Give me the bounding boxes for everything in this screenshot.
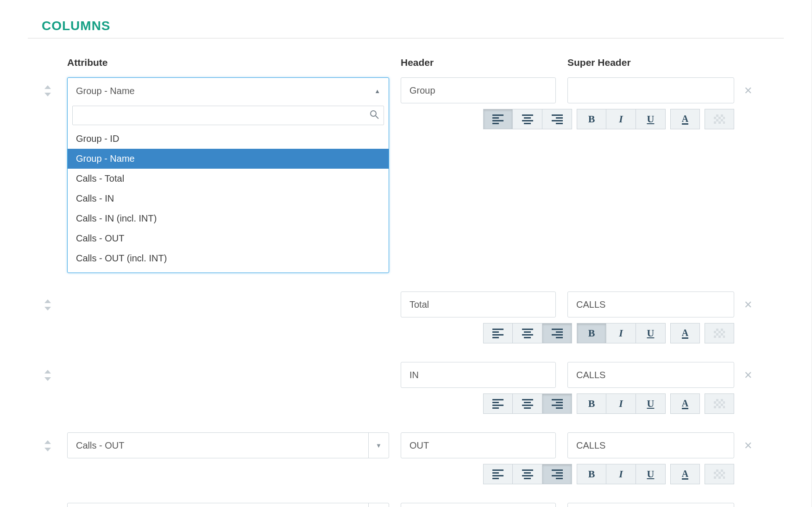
dropdown-option[interactable]: Group - Name <box>68 149 389 169</box>
super-header-input[interactable] <box>567 77 734 103</box>
underline-button[interactable]: U <box>636 464 666 484</box>
header-input[interactable] <box>401 292 556 317</box>
drag-handle-icon[interactable] <box>28 432 67 452</box>
section-title: COLUMNS <box>42 19 784 33</box>
dropdown-option[interactable]: Calls - IN (incl. INT) <box>68 209 389 228</box>
font-color-button[interactable]: A <box>670 323 700 343</box>
dropdown-option[interactable]: Calls - IN <box>68 189 389 209</box>
underline-button[interactable]: U <box>636 393 666 414</box>
align-right-button[interactable] <box>542 393 572 414</box>
format-toolbar: B I U A <box>567 464 734 484</box>
underline-button[interactable]: U <box>636 323 666 343</box>
format-toolbar: B I U A <box>567 323 734 343</box>
font-color-button[interactable]: A <box>670 393 700 414</box>
caret-down-icon: ▼ <box>368 503 389 507</box>
font-color-button[interactable]: A <box>670 464 700 484</box>
svg-point-0 <box>371 111 376 116</box>
format-toolbar: B I U A <box>567 393 734 414</box>
attribute-dropdown-selected: Group - Name <box>76 86 135 96</box>
align-left-button[interactable] <box>483 323 513 343</box>
background-color-button[interactable] <box>705 464 734 484</box>
drag-handle-icon[interactable] <box>28 362 67 382</box>
super-header-input[interactable] <box>567 292 734 317</box>
remove-row-button[interactable]: ✕ <box>744 85 752 97</box>
align-center-button[interactable] <box>513 464 542 484</box>
header-input[interactable] <box>401 362 556 388</box>
column-row: Group - Name ▲ Group - ID Group - Name C… <box>28 77 784 273</box>
background-color-button[interactable] <box>705 393 734 414</box>
align-right-button[interactable] <box>542 323 572 343</box>
attribute-dropdown[interactable]: Calls - INT ▼ <box>67 503 389 507</box>
underline-button[interactable]: U <box>636 109 666 129</box>
super-header-input[interactable] <box>567 432 734 458</box>
search-icon <box>370 110 379 121</box>
drag-handle-icon[interactable] <box>28 77 67 97</box>
align-left-button[interactable] <box>483 109 513 129</box>
columns-header-row: Attribute Header Super Header <box>28 57 784 68</box>
header-input[interactable] <box>401 77 556 103</box>
dropdown-option[interactable]: Calls - Total <box>68 169 389 189</box>
align-center-button[interactable] <box>513 393 542 414</box>
bold-button[interactable]: B <box>577 323 606 343</box>
dropdown-option[interactable]: Calls - INT <box>68 268 389 273</box>
column-row: Calls - OUT ▼ B I U <box>28 432 784 484</box>
bold-button[interactable]: B <box>577 109 606 129</box>
remove-row-button[interactable]: ✕ <box>744 369 752 381</box>
section-divider <box>28 38 784 38</box>
align-left-button[interactable] <box>483 464 513 484</box>
bold-button[interactable]: B <box>577 464 606 484</box>
font-color-button[interactable]: A <box>670 109 700 129</box>
background-color-button[interactable] <box>705 109 734 129</box>
italic-button[interactable]: I <box>606 109 636 129</box>
drag-handle-icon[interactable] <box>28 503 67 507</box>
caret-up-icon: ▲ <box>374 88 380 95</box>
column-row: B I U A ✕ <box>28 362 784 414</box>
align-right-button[interactable] <box>542 109 572 129</box>
attribute-dropdown[interactable]: Calls - OUT ▼ <box>67 432 389 458</box>
super-header-input[interactable] <box>567 362 734 388</box>
header-input[interactable] <box>401 503 556 507</box>
align-left-button[interactable] <box>483 393 513 414</box>
dropdown-search-input[interactable] <box>77 110 370 121</box>
align-center-button[interactable] <box>513 109 542 129</box>
background-color-button[interactable] <box>705 323 734 343</box>
italic-button[interactable]: I <box>606 393 636 414</box>
bold-button[interactable]: B <box>577 393 606 414</box>
drag-handle-icon[interactable] <box>28 292 67 311</box>
dropdown-option[interactable]: Calls - OUT <box>68 228 389 248</box>
column-row: B I U A ✕ <box>28 292 784 343</box>
align-center-button[interactable] <box>513 323 542 343</box>
svg-line-1 <box>376 116 378 119</box>
attribute-dropdown-open[interactable]: Group - Name ▲ Group - ID Group - Name C… <box>67 77 389 273</box>
dropdown-search[interactable] <box>72 106 384 125</box>
caret-down-icon: ▼ <box>368 433 389 458</box>
attribute-dropdown-head[interactable]: Group - Name ▲ <box>68 78 389 104</box>
dropdown-option[interactable]: Group - ID <box>68 129 389 149</box>
header-input[interactable] <box>401 432 556 458</box>
column-row: Calls - INT ▼ B I U <box>28 503 784 507</box>
format-toolbar: B I U A <box>567 109 734 129</box>
remove-row-button[interactable]: ✕ <box>744 299 752 311</box>
italic-button[interactable]: I <box>606 464 636 484</box>
dropdown-option[interactable]: Calls - OUT (incl. INT) <box>68 248 389 268</box>
col-header-attribute: Attribute <box>67 57 401 68</box>
dropdown-options[interactable]: Group - ID Group - Name Calls - Total Ca… <box>68 129 389 273</box>
col-header-header: Header <box>401 57 567 68</box>
align-right-button[interactable] <box>542 464 572 484</box>
remove-row-button[interactable]: ✕ <box>744 440 752 452</box>
italic-button[interactable]: I <box>606 323 636 343</box>
super-header-input[interactable] <box>567 503 734 507</box>
col-header-superheader: Super Header <box>567 57 734 68</box>
attribute-dropdown-value: Calls - OUT <box>76 440 124 451</box>
